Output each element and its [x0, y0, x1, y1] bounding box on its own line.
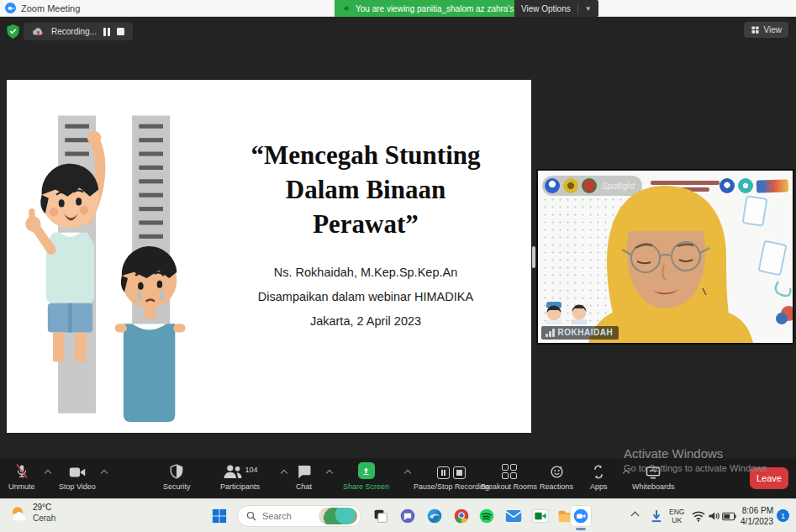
breakout-rooms-label: Breakout Rooms: [481, 482, 537, 491]
security-label: Security: [163, 482, 191, 491]
unmute-label: Unmute: [8, 482, 35, 491]
leave-button[interactable]: Leave: [750, 467, 788, 489]
mic-options-chevron-icon[interactable]: [45, 469, 51, 475]
window-title: Zoom Meeting: [21, 3, 80, 13]
apps-label: Apps: [590, 482, 608, 491]
recording-label: Recording...: [51, 27, 97, 36]
stop-recording-icon[interactable]: [117, 28, 124, 35]
language-line1: ENG: [669, 508, 684, 516]
participants-chevron-icon[interactable]: [282, 469, 287, 475]
view-options-label: View Options: [521, 4, 571, 13]
camera-icon: [69, 462, 86, 479]
pause-stop-recording-label: Pause/Stop Recording: [414, 482, 489, 491]
apps-chevron-icon[interactable]: [624, 469, 630, 475]
chat-app-button[interactable]: [397, 505, 419, 527]
boy-avatar-icon: [569, 301, 589, 324]
children-height-chart-illustration: [18, 98, 199, 422]
participants-count: 104: [245, 466, 258, 474]
reactions-label: Reactions: [540, 482, 573, 491]
slide-event: Disampaikan dalam webinar HIMADIKA: [207, 285, 525, 309]
edge-browser-button[interactable]: [424, 505, 445, 527]
chat-bubble-icon: [297, 462, 312, 479]
recording-indicator: Recording...: [24, 23, 133, 40]
notification-count-badge[interactable]: 1: [777, 509, 789, 522]
language-indicator[interactable]: ENG UK: [669, 508, 684, 524]
taskbar-clock[interactable]: 8:06 PM 4/1/2023: [736, 506, 773, 527]
start-button[interactable]: [208, 505, 230, 527]
tray-overflow-chevron-icon[interactable]: [632, 513, 640, 520]
search-input[interactable]: [262, 511, 313, 521]
share-screen-icon: [358, 462, 375, 479]
google-meet-button[interactable]: [530, 505, 551, 527]
panel-resize-handle[interactable]: [532, 246, 535, 268]
participants-icon: 104: [223, 462, 258, 479]
pause-stop-recording-button[interactable]: Pause/Stop Recording: [414, 462, 489, 491]
zoom-meeting-window: Zoom Meeting You are viewing panitia_sha…: [0, 0, 796, 532]
weather-sun-icon: [8, 504, 27, 523]
stop-video-label: Stop Video: [59, 482, 96, 491]
weather-widget[interactable]: 29°C Cerah: [8, 503, 55, 524]
nurse-avatar-icon: [543, 301, 565, 324]
slide-title-line1: “Mencegah Stunting: [207, 139, 525, 173]
chat-chevron-icon[interactable]: [327, 469, 333, 475]
weather-temp: 29°C: [33, 503, 55, 514]
clock-time: 8:06 PM: [736, 506, 773, 517]
taskbar-search[interactable]: [237, 505, 361, 527]
participants-label: Participants: [220, 482, 260, 491]
weather-desc: Cerah: [33, 514, 55, 524]
whiteboard-icon: [646, 462, 661, 479]
breakout-rooms-button[interactable]: Breakout Rooms: [481, 462, 537, 491]
zoom-app-button[interactable]: [570, 505, 592, 527]
update-download-icon[interactable]: [646, 505, 667, 527]
search-highlight-image[interactable]: [319, 508, 357, 524]
slide-title: “Mencegah Stunting Dalam Binaan Perawat”: [207, 139, 525, 242]
language-line2: UK: [669, 516, 684, 524]
slide-venue-date: Jakarta, 2 April 2023: [207, 309, 525, 334]
breakout-rooms-icon: [502, 462, 517, 479]
speaker-video-tile[interactable]: Spotlight: [538, 171, 793, 343]
mail-app-button[interactable]: [503, 505, 525, 527]
unmute-button[interactable]: Unmute: [8, 462, 35, 491]
share-chevron-icon[interactable]: [405, 469, 411, 475]
viewing-banner-text: You are viewing panitia_shalom az zahra'…: [356, 4, 541, 13]
microphone-muted-icon: [14, 462, 29, 479]
share-screen-button[interactable]: Share Screen: [343, 462, 389, 491]
chrome-browser-button[interactable]: [451, 505, 472, 527]
pause-recording-icon[interactable]: [103, 28, 110, 36]
chat-button[interactable]: Chat: [296, 462, 312, 491]
clock-date: 4/1/2023: [736, 517, 773, 528]
shared-screen-slide: “Mencegah Stunting Dalam Binaan Perawat”…: [7, 80, 531, 433]
view-options-button[interactable]: View Options ▼: [514, 0, 598, 17]
slide-text-block: “Mencegah Stunting Dalam Binaan Perawat”…: [207, 139, 525, 334]
whiteboards-label: Whiteboards: [632, 482, 675, 491]
reactions-smiley-icon: [550, 462, 564, 479]
meeting-toolbar: Unmute Stop Video Security 104 Participa…: [0, 458, 796, 498]
slide-author: Ns. Rokhaidah, M.Kep.Sp.Kep.An: [207, 261, 525, 285]
cartoon-nurse-avatars: [543, 301, 589, 324]
video-options-chevron-icon[interactable]: [102, 469, 108, 475]
slide-subtitle: Ns. Rokhaidah, M.Kep.Sp.Kep.An Disampaik…: [207, 261, 525, 334]
search-icon: [246, 511, 256, 521]
task-view-button[interactable]: [370, 505, 392, 527]
chevron-down-icon[interactable]: ▼: [585, 5, 592, 13]
participants-button[interactable]: 104 Participants: [220, 462, 260, 491]
slide-title-line2: Dalam Binaan: [207, 173, 525, 208]
participant-name-tag: ROKHAIDAH: [541, 326, 619, 340]
participant-name: ROKHAIDAH: [558, 329, 614, 337]
apps-icon: [592, 462, 605, 479]
recording-controls-icon: [437, 462, 466, 479]
chat-label: Chat: [296, 482, 312, 491]
reactions-button[interactable]: Reactions: [540, 462, 573, 491]
view-button-label: View: [764, 25, 783, 34]
apps-button[interactable]: Apps: [590, 462, 608, 491]
security-button[interactable]: Security: [163, 462, 191, 491]
shield-icon: [170, 462, 183, 479]
whiteboards-button[interactable]: Whiteboards: [632, 462, 675, 491]
view-layout-button[interactable]: View: [744, 22, 789, 38]
speaker-icon: [343, 4, 351, 13]
stop-video-button[interactable]: Stop Video: [59, 462, 96, 491]
spotify-button[interactable]: [476, 505, 498, 527]
zoom-logo-icon: [5, 3, 16, 13]
connection-signal-icon: [546, 329, 555, 337]
encryption-shield-icon: [6, 24, 20, 40]
